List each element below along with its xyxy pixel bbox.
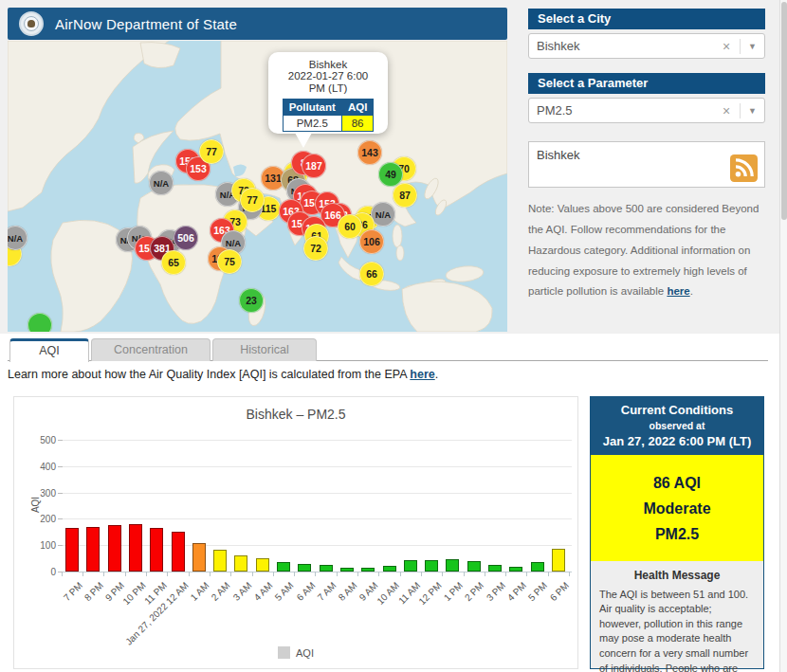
aqi-bar[interactable] bbox=[467, 561, 481, 572]
aqi-bar[interactable] bbox=[150, 528, 163, 572]
aqi-chart: Bishkek – PM2.5 AQI 7 PM8 PM9 PM10 PM11 … bbox=[13, 396, 578, 669]
learn-more-text: Learn more about how the Air Quality Ind… bbox=[8, 368, 438, 381]
aqi-bar[interactable] bbox=[320, 565, 333, 572]
x-tick-mark bbox=[400, 572, 401, 576]
aqi-bar[interactable] bbox=[108, 525, 121, 572]
aqi-bar[interactable] bbox=[531, 562, 544, 572]
rss-icon[interactable] bbox=[730, 154, 758, 182]
x-tick-label: 10 AM bbox=[375, 580, 401, 607]
chevron-down-icon[interactable]: ▼ bbox=[748, 42, 757, 51]
map-marker[interactable]: 506 bbox=[174, 226, 198, 250]
map-marker[interactable]: 66 bbox=[359, 262, 384, 286]
x-tick-label: 8 PM bbox=[82, 580, 105, 603]
city-select-header: Select a City bbox=[528, 9, 765, 29]
x-tick-mark bbox=[210, 572, 210, 576]
map-marker[interactable]: 106 bbox=[359, 229, 384, 254]
map-marker[interactable]: 65 bbox=[161, 250, 186, 275]
aqi-bar[interactable] bbox=[192, 543, 206, 572]
x-tick-mark bbox=[146, 572, 147, 576]
popup-pollutant-value: PM2.5 bbox=[283, 116, 341, 132]
x-tick-label: 6 AM bbox=[294, 580, 317, 603]
map-marker[interactable]: 87 bbox=[393, 183, 417, 208]
observed-datetime: Jan 27, 2022 6:00 PM (LT) bbox=[595, 434, 760, 448]
aqi-bar[interactable] bbox=[340, 568, 354, 572]
map-marker[interactable]: 75 bbox=[217, 249, 242, 274]
parameter-select-value: PM2.5 bbox=[537, 103, 723, 118]
y-tick-label: 400 bbox=[27, 462, 56, 472]
aqi-bar[interactable] bbox=[65, 528, 79, 572]
scrollbar-thumb[interactable] bbox=[781, 2, 787, 220]
x-tick-label: 4 AM bbox=[252, 580, 275, 603]
tab-historical[interactable]: Historical bbox=[212, 338, 317, 361]
aqi-summary: 86 AQI Moderate PM2.5 bbox=[591, 455, 763, 561]
x-tick-label: 1 AM bbox=[189, 580, 211, 603]
x-tick-mark bbox=[485, 572, 485, 576]
aqi-pollutant: PM2.5 bbox=[591, 521, 763, 547]
y-tick-label: 500 bbox=[27, 435, 56, 445]
state-department-seal-icon bbox=[19, 11, 44, 36]
gridline bbox=[63, 572, 572, 572]
chevron-down-icon[interactable]: ▼ bbox=[748, 106, 757, 116]
aqi-bar[interactable] bbox=[256, 558, 269, 572]
aqi-bar[interactable] bbox=[129, 524, 142, 572]
clear-parameter-icon[interactable]: × bbox=[723, 103, 730, 118]
app-header: AirNow Department of State bbox=[8, 8, 507, 40]
aqi-bar[interactable] bbox=[509, 567, 522, 572]
page-scrollbar[interactable] bbox=[779, 0, 787, 672]
x-tick-mark bbox=[125, 572, 126, 576]
map-marker[interactable]: 77 bbox=[199, 139, 224, 164]
note-here-link[interactable]: here bbox=[667, 285, 689, 297]
aqi-bar[interactable] bbox=[298, 564, 311, 572]
x-tick-label: 7 PM bbox=[61, 580, 83, 603]
city-select[interactable]: Bishkek × ▼ bbox=[528, 33, 765, 59]
x-tick-mark bbox=[357, 572, 358, 576]
map-popup[interactable]: Bishkek 2022-01-27 6:00 PM (LT) Pollutan… bbox=[268, 52, 388, 134]
gridline bbox=[63, 518, 572, 519]
aqi-bar[interactable] bbox=[86, 527, 100, 572]
legend-swatch bbox=[278, 646, 290, 659]
note-text: Note: Values above 500 are considered Be… bbox=[528, 199, 769, 302]
select-divider bbox=[740, 39, 741, 54]
world-aqi-map[interactable]: N/A15315377N/AN/A72115N/A7773163N/AN/AN/… bbox=[8, 41, 507, 332]
chart-plot-area: 7 PM8 PM9 PM10 PM11 PMJan 27, 2022 12 AM… bbox=[63, 440, 572, 572]
map-marker[interactable]: 143 bbox=[357, 140, 382, 165]
map-marker[interactable]: 60 bbox=[338, 214, 362, 239]
map-marker[interactable]: 187 bbox=[302, 154, 326, 178]
aqi-bar[interactable] bbox=[552, 549, 565, 572]
aqi-bar[interactable] bbox=[361, 568, 375, 572]
x-tick-mark bbox=[82, 572, 83, 576]
tab-concentration[interactable]: Concentration bbox=[91, 338, 210, 361]
y-tick-mark bbox=[58, 440, 63, 441]
aqi-bar[interactable] bbox=[404, 560, 417, 572]
parameter-select[interactable]: PM2.5 × ▼ bbox=[528, 98, 765, 123]
clear-city-icon[interactable]: × bbox=[723, 39, 730, 54]
aqi-bar[interactable] bbox=[446, 559, 459, 572]
learn-more-here-link[interactable]: here bbox=[410, 368, 434, 381]
aqi-bar[interactable] bbox=[277, 562, 290, 572]
map-marker[interactable]: 72 bbox=[303, 236, 328, 261]
world-map-land bbox=[8, 41, 507, 332]
aqi-bar[interactable] bbox=[488, 565, 502, 572]
health-message-text: The AQI is between 51 and 100. Air quali… bbox=[599, 588, 755, 672]
x-tick-mark bbox=[421, 572, 422, 576]
map-marker[interactable]: N/A bbox=[149, 171, 174, 195]
x-tick-mark bbox=[378, 572, 379, 576]
aqi-bar[interactable] bbox=[172, 532, 185, 572]
aqi-bar[interactable] bbox=[425, 560, 438, 572]
map-marker[interactable]: 77 bbox=[240, 188, 265, 212]
observed-at-label: observed at bbox=[595, 420, 760, 431]
tab-aqi[interactable]: AQI bbox=[9, 338, 89, 362]
select-divider bbox=[740, 103, 741, 118]
x-tick-label: 3 PM bbox=[484, 580, 506, 603]
x-tick-label: 2 AM bbox=[210, 580, 232, 603]
map-marker[interactable]: 23 bbox=[239, 288, 264, 313]
x-tick-label: 7 AM bbox=[315, 580, 338, 603]
aqi-bar[interactable] bbox=[383, 566, 396, 572]
aqi-bar[interactable] bbox=[234, 555, 247, 572]
popup-table: Pollutant AQI PM2.5 86 bbox=[283, 99, 375, 132]
aqi-category: Moderate bbox=[591, 496, 763, 521]
current-conditions-panel: Current Conditions observed at Jan 27, 2… bbox=[590, 396, 764, 669]
aqi-bar[interactable] bbox=[213, 550, 227, 572]
y-tick-label: 200 bbox=[27, 514, 56, 524]
map-marker[interactable] bbox=[27, 313, 52, 332]
